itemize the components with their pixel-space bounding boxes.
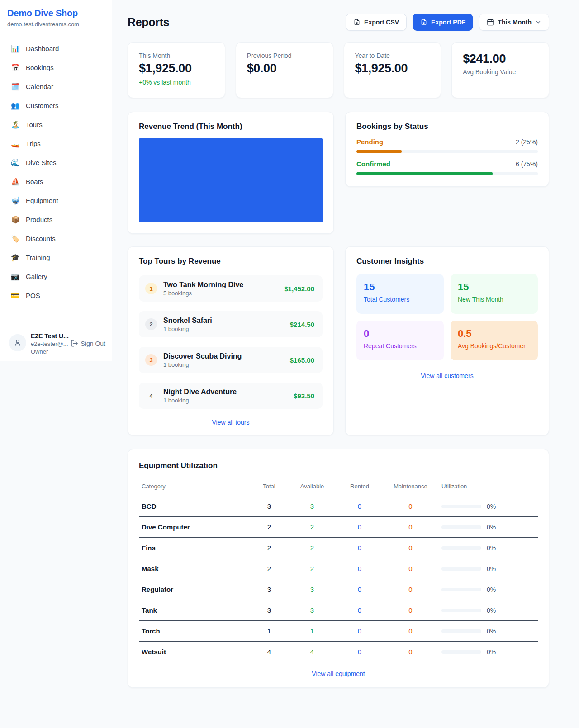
export-csv-label: Export CSV — [364, 19, 399, 26]
tour-bookings: 1 booking — [163, 361, 284, 368]
column-header-utilization: Utilization — [439, 478, 538, 496]
sidebar: Demo Dive Shop demo.test.divestreams.com… — [0, 0, 112, 361]
cell-rented: 0 — [337, 621, 382, 642]
sidebar-item-equipment[interactable]: 🤿 Equipment — [0, 191, 112, 210]
export-csv-button[interactable]: Export CSV — [346, 14, 407, 31]
list-item: 2 Snorkel Safari 1 booking $214.50 — [139, 311, 323, 337]
sign-out-label: Sign Out — [81, 340, 105, 347]
utilization-cell: 0% — [441, 628, 535, 635]
main-content: Reports Export CSV Export PDF This Month… — [112, 0, 579, 706]
sign-out-button[interactable]: Sign Out — [71, 340, 105, 347]
insight-tile-total-customers: 15 Total Customers — [356, 274, 444, 314]
utilization-percent: 0% — [487, 565, 496, 572]
view-all-customers-link[interactable]: View all customers — [356, 372, 538, 379]
table-row: Regulator 3 3 0 0 0% — [139, 579, 538, 600]
export-pdf-button[interactable]: Export PDF — [413, 14, 473, 31]
tour-bookings: 5 bookings — [163, 290, 278, 297]
sidebar-item-training[interactable]: 🎓 Training — [0, 248, 112, 267]
sidebar-item-label: Dive Sites — [26, 159, 57, 166]
cell-category: Wetsuit — [139, 642, 251, 662]
cell-category: Tank — [139, 600, 251, 621]
sidebar-item-calendar[interactable]: 🗓️ Calendar — [0, 77, 112, 96]
cell-total: 2 — [251, 538, 287, 558]
sidebar-item-dashboard[interactable]: 📊 Dashboard — [0, 39, 112, 58]
stat-card-avg-booking-value: $241.00 Avg Booking Value — [451, 42, 549, 98]
camera-icon: 📷 — [11, 272, 20, 281]
sidebar-item-label: POS — [26, 292, 40, 299]
period-label: This Month — [498, 19, 532, 26]
sidebar-item-label: Training — [26, 254, 50, 261]
header-actions: Export CSV Export PDF This Month — [346, 14, 549, 31]
stat-label: This Month — [139, 52, 214, 59]
user-meta: E2E Test U... e2e-tester@... Owner — [31, 332, 66, 355]
column-header-rented: Rented — [337, 478, 382, 496]
insight-label: Total Customers — [364, 296, 437, 303]
cell-category: Torch — [139, 621, 251, 642]
cell-maintenance: 0 — [382, 642, 439, 662]
sidebar-item-products[interactable]: 📦 Products — [0, 210, 112, 229]
list-item: 4 Night Dive Adventure 1 booking $93.50 — [139, 383, 323, 409]
file-download-icon — [420, 19, 427, 26]
spiral-calendar-icon: 🗓️ — [11, 82, 20, 91]
cell-rented: 0 — [337, 538, 382, 558]
page-title: Reports — [128, 16, 169, 29]
sidebar-item-dive-sites[interactable]: 🌊 Dive Sites — [0, 153, 112, 172]
stat-label: Year to Date — [355, 52, 430, 59]
sidebar-item-customers[interactable]: 👥 Customers — [0, 96, 112, 115]
utilization-bar — [441, 588, 481, 591]
table-row: Fins 2 2 0 0 0% — [139, 538, 538, 558]
sidebar-user: E2E Test U... e2e-tester@... Owner Sign … — [0, 326, 112, 361]
sidebar-item-tours[interactable]: 🏝️ Tours — [0, 115, 112, 134]
shop-name: Demo Dive Shop — [7, 8, 104, 19]
stat-delta: +0% vs last month — [139, 79, 214, 86]
utilization-bar — [441, 650, 481, 654]
stat-value: $241.00 — [463, 52, 538, 66]
calendar-icon — [487, 19, 494, 26]
insights-row: Top Tours by Revenue 1 Two Tank Morning … — [128, 246, 549, 435]
utilization-bar — [441, 505, 481, 508]
cell-category: BCD — [139, 496, 251, 517]
revenue-trend-chart — [139, 138, 323, 222]
rank-badge: 2 — [145, 318, 157, 330]
stat-value: $1,925.00 — [139, 61, 214, 76]
customer-insights-card: Customer Insights 15 Total Customers 15 … — [345, 246, 549, 435]
utilization-cell: 0% — [441, 503, 535, 510]
cell-available: 3 — [287, 600, 337, 621]
period-dropdown[interactable]: This Month — [479, 14, 549, 31]
customer-insights-title: Customer Insights — [356, 257, 538, 266]
utilization-bar — [441, 546, 481, 550]
sidebar-item-bookings[interactable]: 📅 Bookings — [0, 58, 112, 77]
utilization-percent: 0% — [487, 524, 496, 531]
cell-total: 2 — [251, 517, 287, 538]
tour-revenue: $214.50 — [290, 321, 314, 328]
package-icon: 📦 — [11, 215, 20, 224]
utilization-percent: 0% — [487, 628, 496, 635]
insight-tile-new-this-month: 15 New This Month — [451, 274, 538, 314]
user-name: E2E Test U... — [31, 332, 66, 340]
cell-category: Regulator — [139, 579, 251, 600]
stat-value: $0.00 — [247, 61, 322, 76]
insight-label: Avg Bookings/Customer — [458, 342, 531, 350]
sidebar-item-gallery[interactable]: 📷 Gallery — [0, 267, 112, 286]
stat-card-previous-period: Previous Period $0.00 — [236, 42, 333, 98]
insight-grid: 15 Total Customers 15 New This Month 0 R… — [356, 274, 538, 360]
cell-maintenance: 0 — [382, 517, 439, 538]
sidebar-item-discounts[interactable]: 🏷️ Discounts — [0, 229, 112, 248]
top-tours-card: Top Tours by Revenue 1 Two Tank Morning … — [128, 246, 334, 435]
export-pdf-label: Export PDF — [431, 19, 465, 26]
progress-bar — [356, 172, 538, 175]
view-all-tours-link[interactable]: View all tours — [139, 419, 323, 426]
cell-rented: 0 — [337, 517, 382, 538]
sidebar-item-trips[interactable]: 🚤 Trips — [0, 134, 112, 153]
sidebar-item-pos[interactable]: 💳 POS — [0, 286, 112, 305]
cell-rented: 0 — [337, 496, 382, 517]
calendar-date-icon: 📅 — [11, 63, 20, 72]
stat-label: Previous Period — [247, 52, 322, 59]
sidebar-item-boats[interactable]: ⛵ Boats — [0, 172, 112, 191]
cell-rented: 0 — [337, 600, 382, 621]
utilization-cell: 0% — [441, 648, 535, 656]
cell-maintenance: 0 — [382, 621, 439, 642]
cell-available: 2 — [287, 538, 337, 558]
column-header-category: Category — [139, 478, 251, 496]
view-all-equipment-link[interactable]: View all equipment — [139, 670, 538, 677]
